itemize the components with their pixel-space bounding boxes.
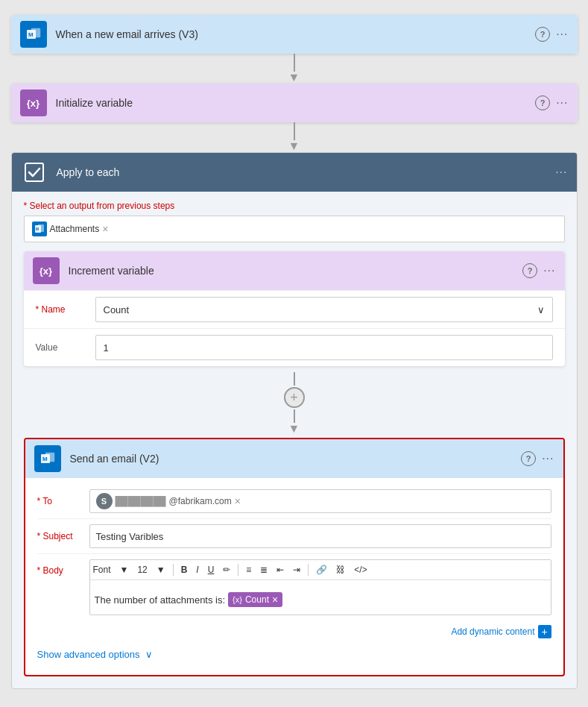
subject-input[interactable]: Testing Varibles bbox=[89, 524, 551, 548]
value-row: Value 1 bbox=[24, 328, 565, 366]
inner-line-top bbox=[294, 372, 295, 386]
add-dynamic-section: Add dynamic content + bbox=[37, 620, 551, 644]
send-email-icon: M bbox=[34, 445, 61, 472]
trigger-more-icon[interactable]: ··· bbox=[556, 28, 568, 41]
font-select[interactable]: Font bbox=[90, 563, 114, 576]
font-size-dropdown-icon[interactable]: ▼ bbox=[154, 563, 168, 576]
advanced-options-section: Show advanced options ∨ bbox=[37, 644, 551, 663]
name-row: * Name Count ∨ bbox=[24, 290, 565, 328]
recipient-email: ████████ bbox=[116, 496, 166, 506]
increment-header: {x} Increment variable ? ··· bbox=[24, 251, 565, 290]
add-dynamic-label: Add dynamic content bbox=[451, 626, 534, 637]
initialize-header: {x} Initialize variable ? ··· bbox=[11, 84, 578, 122]
apply-actions: ··· bbox=[555, 166, 567, 179]
name-input[interactable]: Count ∨ bbox=[95, 297, 553, 322]
pen-button[interactable]: ✏ bbox=[220, 563, 233, 576]
add-step-button[interactable]: + bbox=[284, 387, 305, 408]
show-advanced-link[interactable]: Show advanced options ∨ bbox=[37, 649, 154, 660]
attachments-field[interactable]: M Attachments × bbox=[24, 216, 565, 242]
apply-more-icon[interactable]: ··· bbox=[555, 166, 567, 179]
bullet-ol-button[interactable]: ≣ bbox=[257, 563, 271, 576]
increment-actions: ? ··· bbox=[522, 263, 555, 278]
toolbar-sep-3 bbox=[308, 564, 309, 576]
initialize-help-icon[interactable]: ? bbox=[535, 95, 550, 110]
attachment-close[interactable]: × bbox=[102, 223, 108, 235]
editor-toolbar: Font ▼ 12 ▼ B I U ✏ ≡ bbox=[90, 560, 551, 580]
trigger-card: M When a new email arrives (V3) ? ··· bbox=[11, 15, 578, 54]
svg-rect-5 bbox=[38, 224, 44, 232]
increment-card: {x} Increment variable ? ··· * Name Coun… bbox=[24, 251, 565, 366]
advanced-label: Show advanced options bbox=[37, 649, 140, 660]
name-dropdown-icon[interactable]: ∨ bbox=[537, 304, 545, 315]
apply-container: Apply to each ··· * Select an output fro… bbox=[11, 152, 578, 689]
initialize-card: {x} Initialize variable ? ··· bbox=[11, 84, 578, 122]
trigger-actions: ? ··· bbox=[535, 27, 568, 42]
link-button[interactable]: 🔗 bbox=[313, 563, 330, 576]
value-label: Value bbox=[36, 342, 95, 353]
connector-arrow-2: ▼ bbox=[288, 140, 300, 152]
recipient-avatar: S bbox=[96, 493, 113, 509]
value-input[interactable]: 1 bbox=[95, 335, 553, 360]
trigger-help-icon[interactable]: ? bbox=[535, 27, 550, 42]
code-button[interactable]: </> bbox=[351, 563, 370, 576]
unlink-button[interactable]: ⛓ bbox=[333, 563, 348, 576]
trigger-header: M When a new email arrives (V3) ? ··· bbox=[11, 15, 578, 54]
recipient-chip: S ████████ @fabrikam.com × bbox=[96, 493, 241, 509]
svg-text:M: M bbox=[36, 227, 39, 231]
connector-arrow-1: ▼ bbox=[288, 72, 300, 84]
font-size[interactable]: 12 bbox=[134, 563, 150, 576]
underline-button[interactable]: U bbox=[205, 563, 218, 576]
align-left-button[interactable]: ⇤ bbox=[274, 563, 287, 576]
increment-help-icon[interactable]: ? bbox=[522, 263, 537, 278]
body-text: The number of attachments is: bbox=[95, 594, 226, 606]
name-value: Count bbox=[104, 304, 130, 315]
attachment-tag: M Attachments × bbox=[32, 221, 109, 236]
add-dynamic-link[interactable]: Add dynamic content + bbox=[451, 625, 551, 638]
to-input[interactable]: S ████████ @fabrikam.com × bbox=[89, 489, 551, 513]
svg-text:M: M bbox=[42, 456, 48, 462]
apply-title: Apply to each bbox=[57, 166, 556, 178]
svg-rect-3 bbox=[25, 163, 43, 181]
recipient-email-domain: @fabrikam.com bbox=[169, 496, 232, 506]
trigger-title: When a new email arrives (V3) bbox=[56, 28, 536, 40]
connector-2: ▼ bbox=[288, 122, 300, 152]
subject-row: * Subject Testing Varibles bbox=[37, 519, 551, 554]
italic-button[interactable]: I bbox=[193, 563, 201, 576]
body-label: * Body bbox=[37, 559, 89, 576]
dynamic-chip-icon: {x} bbox=[233, 595, 242, 604]
initialize-title: Initialize variable bbox=[56, 97, 536, 109]
font-dropdown-icon[interactable]: ▼ bbox=[117, 563, 132, 576]
add-dynamic-icon[interactable]: + bbox=[538, 625, 551, 638]
initialize-more-icon[interactable]: ··· bbox=[556, 96, 568, 110]
recipient-close[interactable]: × bbox=[235, 495, 241, 507]
increment-more-icon[interactable]: ··· bbox=[543, 264, 555, 277]
send-email-header: M Send an email (V2) ? ··· bbox=[25, 439, 563, 478]
connector-line-1 bbox=[294, 54, 295, 72]
send-email-title: Send an email (V2) bbox=[70, 453, 522, 465]
inner-arrow: ▼ bbox=[288, 423, 300, 435]
body-content[interactable]: The number of attachments is: {x} Count … bbox=[90, 585, 551, 615]
apply-body: * Select an output from previous steps M… bbox=[12, 192, 577, 688]
send-email-help-icon[interactable]: ? bbox=[521, 451, 536, 466]
to-row: * To S ████████ @fabrikam.com × bbox=[37, 484, 551, 519]
connector-line-2 bbox=[294, 122, 295, 140]
increment-title: Increment variable bbox=[69, 265, 523, 277]
attachment-icon: M bbox=[32, 221, 47, 236]
dynamic-chip-close[interactable]: × bbox=[272, 594, 278, 606]
body-editor[interactable]: Font ▼ 12 ▼ B I U ✏ ≡ bbox=[89, 559, 551, 615]
value-value: 1 bbox=[104, 342, 109, 354]
increment-icon: {x} bbox=[33, 257, 60, 284]
to-label: * To bbox=[37, 496, 89, 506]
inner-line-bottom bbox=[294, 409, 295, 423]
send-email-more-icon[interactable]: ··· bbox=[542, 452, 554, 465]
bold-button[interactable]: B bbox=[178, 563, 191, 576]
apply-select-label: * Select an output from previous steps bbox=[24, 201, 565, 211]
flow-container: M When a new email arrives (V3) ? ··· ▼ … bbox=[11, 15, 578, 689]
body-row: * Body Font ▼ 12 ▼ B I U bbox=[37, 554, 551, 620]
subject-value: Testing Varibles bbox=[96, 531, 164, 542]
toolbar-sep-2 bbox=[238, 564, 238, 576]
subject-label: * Subject bbox=[37, 531, 89, 541]
bullet-ul-button[interactable]: ≡ bbox=[243, 563, 254, 576]
align-right-button[interactable]: ⇥ bbox=[290, 563, 303, 576]
initialize-actions: ? ··· bbox=[535, 95, 568, 110]
